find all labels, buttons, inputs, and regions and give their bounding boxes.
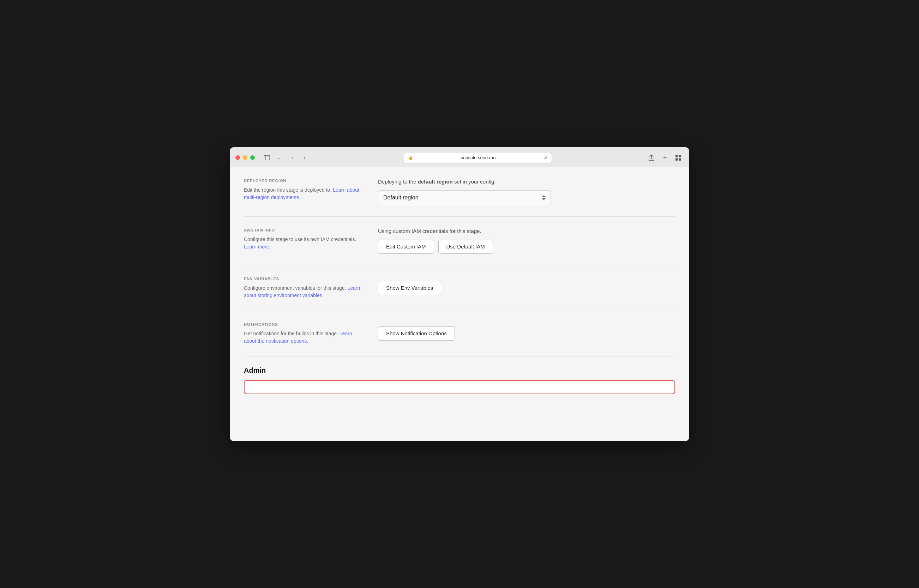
svg-rect-3 [679,155,682,157]
window-controls: ⌄ [262,154,284,161]
aws-iam-desc: Configure this stage to use its own IAM … [244,236,364,250]
sidebar-toggle-button[interactable] [262,154,272,161]
deployed-region-desc: Edit the region this stage is deployed t… [244,186,364,201]
env-variables-label: ENV VARIABLES [244,277,364,281]
page-content: DEPLOYED REGION Edit the region this sta… [230,167,689,405]
env-variables-desc: Configure environment variables for this… [244,284,364,299]
env-variables-desc-text: Configure environment variables for this… [244,285,346,291]
chevron-down-icon[interactable]: ⌄ [274,154,284,161]
new-tab-button[interactable]: + [660,152,670,163]
show-notification-options-button[interactable]: Show Notification Options [378,326,455,341]
deployed-region-desc-text: Edit the region this stage is deployed t… [244,187,331,193]
deployed-region-info: Deploying to the default region set in y… [378,179,675,184]
admin-section: Admin [244,357,675,394]
minimize-button[interactable] [243,155,247,160]
aws-iam-desc-text: Configure this stage to use its own IAM … [244,236,356,242]
traffic-lights [236,155,255,160]
info-prefix: Deploying to the [378,179,418,184]
use-default-iam-button[interactable]: Use Default IAM [438,240,493,254]
show-env-variables-button[interactable]: Show Env Variables [378,281,441,295]
section-right-deployed-region: Deploying to the default region set in y… [378,179,675,205]
back-button[interactable]: ‹ [288,153,298,163]
region-select[interactable]: Default region us-east-1 us-west-2 eu-we… [378,190,551,205]
toolbar-right: + [646,152,683,163]
forward-button[interactable]: › [299,153,309,163]
section-right-env: Show Env Variables [378,277,675,299]
env-variables-section: ENV VARIABLES Configure environment vari… [244,265,675,311]
grid-button[interactable] [673,152,683,163]
iam-btn-group: Edit Custom IAM Use Default IAM [378,240,675,254]
notifications-desc: Get notifications for the builds in this… [244,330,364,345]
aws-iam-learn-more-link[interactable]: Learn more. [244,244,270,250]
deployed-region-label: DEPLOYED REGION [244,179,364,183]
admin-box [244,380,675,394]
svg-rect-5 [679,158,682,161]
section-left-notif: NOTIFICATIONS Get notifications for the … [244,322,364,345]
svg-rect-4 [675,158,678,161]
address-bar[interactable]: 🔒 console.seed.run ↺ [404,152,552,163]
lock-icon: 🔒 [408,155,413,160]
refresh-button[interactable]: ↺ [543,155,548,160]
section-left: DEPLOYED REGION Edit the region this sta… [244,179,364,205]
share-button[interactable] [646,152,657,163]
address-bar-container: 🔒 console.seed.run ↺ [313,152,642,163]
fullscreen-button[interactable] [250,155,255,160]
deployed-region-section: DEPLOYED REGION Edit the region this sta… [244,179,675,217]
section-right-notif: Show Notification Options [378,322,675,345]
titlebar: ⌄ ‹ › 🔒 console.seed.run ↺ + [230,147,689,167]
svg-rect-0 [264,155,270,160]
section-left-env: ENV VARIABLES Configure environment vari… [244,277,364,299]
section-left-iam: AWS IAM INFO Configure this stage to use… [244,228,364,254]
notif-btn-group: Show Notification Options [378,326,675,341]
edit-custom-iam-button[interactable]: Edit Custom IAM [378,240,434,254]
notifications-label: NOTIFICATIONS [244,322,364,326]
notifications-desc-text: Get notifications for the builds in this… [244,331,338,336]
url-text: console.seed.run [415,155,541,160]
info-suffix: set in your config. [453,179,496,184]
env-btn-group: Show Env Variables [378,281,675,295]
notifications-section: NOTIFICATIONS Get notifications for the … [244,311,675,357]
close-button[interactable] [236,155,240,160]
section-right-iam: Using custom IAM credentials for this st… [378,228,675,254]
aws-iam-label: AWS IAM INFO [244,228,364,232]
admin-title: Admin [244,366,675,375]
info-bold: default region [418,179,453,184]
aws-iam-section: AWS IAM INFO Configure this stage to use… [244,217,675,265]
browser-window: ⌄ ‹ › 🔒 console.seed.run ↺ + [230,147,689,441]
svg-rect-2 [675,155,678,157]
aws-iam-info: Using custom IAM credentials for this st… [378,228,675,234]
nav-buttons: ‹ › [288,153,309,163]
